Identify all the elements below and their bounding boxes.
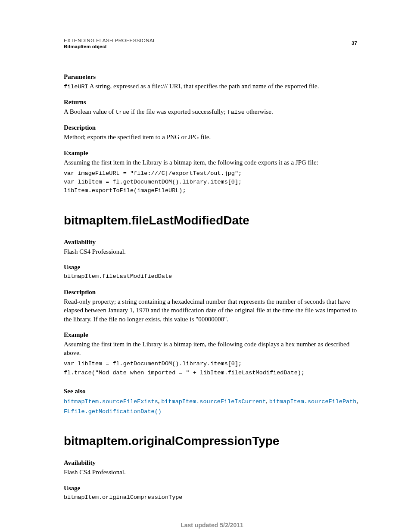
page-container: EXTENDING FLASH PROFESSIONAL BitmapItem …: [0, 0, 411, 532]
availability-text-3: Flash CS4 Professional.: [64, 468, 360, 476]
description-block-2: Description Read-only property; a string…: [64, 289, 360, 324]
example-code-2: var libItem = fl.getDocumentDOM().librar…: [64, 360, 360, 377]
example-intro-2: Assuming the first item in the Library i…: [64, 340, 360, 358]
heading-filelastmodifieddate: bitmapItem.fileLastModifiedDate: [64, 214, 360, 227]
description-block: Description Method; exports the specifie…: [64, 124, 360, 141]
description-text-2: Read-only property; a string containing …: [64, 297, 360, 324]
returns-code-true: true: [115, 109, 129, 115]
example-block-2: Example Assuming the first item in the L…: [64, 331, 360, 377]
usage-code-2: bitmapItem.fileLastModifiedDate: [64, 272, 360, 281]
returns-part2: if the file was exported successfully;: [129, 108, 227, 115]
returns-part3: otherwise.: [245, 108, 273, 115]
availability-text-2: Flash CS4 Professional.: [64, 247, 360, 256]
comma2: ,: [266, 398, 269, 404]
seealso-links: bitmapItem.sourceFileExists, bitmapItem.…: [64, 396, 360, 417]
parameters-block: Parameters fileURI A string, expressed a…: [64, 73, 360, 91]
link-sourcefileexists[interactable]: bitmapItem.sourceFileExists: [64, 398, 158, 405]
usage-label-3: Usage: [64, 485, 360, 492]
availability-label-2: Availability: [64, 239, 360, 246]
comma3: ,: [356, 398, 358, 404]
parameters-text: fileURI A string, expressed as a file://…: [64, 82, 360, 91]
link-sourcefileiscurrent[interactable]: bitmapItem.sourceFileIsCurrent: [161, 398, 266, 405]
footer-last-updated: Last updated 5/2/2011: [64, 522, 360, 529]
returns-code-false: false: [227, 109, 245, 115]
description-label: Description: [64, 124, 360, 131]
availability-label-3: Availability: [64, 459, 360, 467]
seealso-label: See also: [64, 388, 360, 395]
parameters-code: fileURI: [64, 84, 88, 90]
usage-block-2: Usage bitmapItem.fileLastModifiedDate: [64, 264, 360, 281]
description-label-2: Description: [64, 289, 360, 296]
example-intro: Assuming the first item in the Library i…: [64, 158, 360, 167]
page-number-wrap: 37: [347, 38, 360, 53]
seealso-block: See also bitmapItem.sourceFileExists, bi…: [64, 388, 360, 417]
parameters-desc: A string, expressed as a file:/// URI, t…: [88, 83, 319, 90]
description-text: Method; exports the specified item to a …: [64, 133, 360, 141]
returns-label: Returns: [64, 99, 360, 106]
link-getmodificationdate[interactable]: FLfile.getModificationDate(): [64, 408, 162, 415]
doc-subtitle: BitmapItem object: [64, 44, 347, 49]
example-label-2: Example: [64, 331, 360, 339]
example-code: var imageFileURL = "file:///C|/exportTes…: [64, 169, 360, 196]
link-sourcefilepath[interactable]: bitmapItem.sourceFilePath: [269, 398, 357, 405]
header-left: EXTENDING FLASH PROFESSIONAL BitmapItem …: [64, 38, 347, 49]
page-number: 37: [352, 40, 357, 46]
example-block: Example Assuming the first item in the L…: [64, 149, 360, 196]
doc-title: EXTENDING FLASH PROFESSIONAL: [64, 38, 347, 43]
availability-block-3: Availability Flash CS4 Professional.: [64, 459, 360, 476]
example-label: Example: [64, 149, 360, 157]
returns-block: Returns A Boolean value of true if the f…: [64, 99, 360, 116]
usage-code-3: bitmapItem.originalCompressionType: [64, 493, 360, 502]
usage-block-3: Usage bitmapItem.originalCompressionType: [64, 485, 360, 502]
page-header: EXTENDING FLASH PROFESSIONAL BitmapItem …: [64, 38, 360, 53]
returns-part1: A Boolean value of: [64, 108, 115, 115]
parameters-label: Parameters: [64, 73, 360, 81]
usage-label-2: Usage: [64, 264, 360, 271]
returns-text: A Boolean value of true if the file was …: [64, 107, 360, 116]
availability-block-2: Availability Flash CS4 Professional.: [64, 239, 360, 256]
heading-originalcompressiontype: bitmapItem.originalCompressionType: [64, 434, 360, 448]
